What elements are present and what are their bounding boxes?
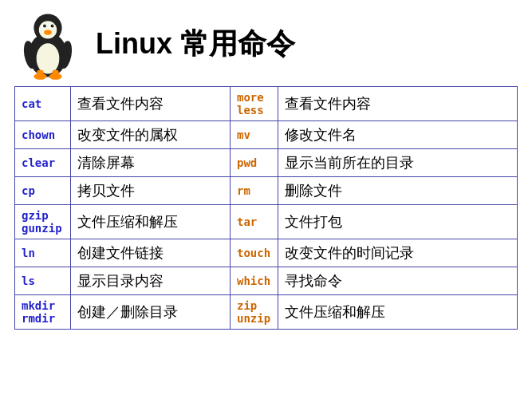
table-row: ls显示目录内容which寻找命令 bbox=[15, 267, 518, 295]
table-row: ln创建文件链接touch改变文件的时间记录 bbox=[15, 239, 518, 267]
cmd2-cell: touch bbox=[231, 239, 278, 267]
desc2-cell: 改变文件的时间记录 bbox=[278, 239, 518, 267]
desc1-cell: 改变文件的属权 bbox=[71, 121, 231, 149]
tux-icon bbox=[16, 8, 80, 80]
cmd1-cell: mkdir rmdir bbox=[15, 295, 71, 330]
desc2-cell: 显示当前所在的目录 bbox=[278, 149, 518, 177]
cmd1-cell: cp bbox=[15, 177, 71, 205]
desc1-cell: 创建／删除目录 bbox=[71, 295, 231, 330]
cmd2-cell: zip unzip bbox=[231, 295, 278, 330]
commands-table: cat查看文件内容more less查看文件内容chown改变文件的属权mv修改… bbox=[14, 86, 518, 330]
table-row: cp拷贝文件rm删除文件 bbox=[15, 177, 518, 205]
desc2-cell: 文件压缩和解压 bbox=[278, 295, 518, 330]
table-row: clear清除屏幕pwd显示当前所在的目录 bbox=[15, 149, 518, 177]
svg-point-8 bbox=[45, 25, 45, 26]
cmd1-cell: clear bbox=[15, 149, 71, 177]
cmd1-cell: gzip gunzip bbox=[15, 205, 71, 239]
svg-point-9 bbox=[53, 25, 53, 26]
cmd1-cell: ln bbox=[15, 239, 71, 267]
cmd1-cell: cat bbox=[15, 87, 71, 121]
desc1-cell: 清除屏幕 bbox=[71, 149, 231, 177]
cmd1-cell: ls bbox=[15, 267, 71, 295]
desc1-cell: 创建文件链接 bbox=[71, 239, 231, 267]
cmd2-cell: tar bbox=[231, 205, 278, 239]
desc2-cell: 修改文件名 bbox=[278, 121, 518, 149]
cmd1-cell: chown bbox=[15, 121, 71, 149]
cmd2-cell: mv bbox=[231, 121, 278, 149]
table-row: chown改变文件的属权mv修改文件名 bbox=[15, 121, 518, 149]
cmd2-cell: rm bbox=[231, 177, 278, 205]
svg-point-1 bbox=[37, 43, 60, 73]
svg-point-7 bbox=[51, 25, 54, 28]
desc2-cell: 文件打包 bbox=[278, 205, 518, 239]
desc2-cell: 查看文件内容 bbox=[278, 87, 518, 121]
desc2-cell: 删除文件 bbox=[278, 177, 518, 205]
svg-point-6 bbox=[43, 25, 46, 28]
svg-point-10 bbox=[44, 30, 52, 34]
desc1-cell: 拷贝文件 bbox=[71, 177, 231, 205]
cmd2-cell: pwd bbox=[231, 149, 278, 177]
desc1-cell: 显示目录内容 bbox=[71, 267, 231, 295]
header: Linux 常用命令 bbox=[0, 0, 532, 86]
desc1-cell: 查看文件内容 bbox=[71, 87, 231, 121]
page-title: Linux 常用命令 bbox=[96, 25, 295, 64]
svg-rect-13 bbox=[37, 70, 43, 78]
desc1-cell: 文件压缩和解压 bbox=[71, 205, 231, 239]
cmd2-cell: which bbox=[231, 267, 278, 295]
table-row: mkdir rmdir创建／删除目录zip unzip文件压缩和解压 bbox=[15, 295, 518, 330]
desc2-cell: 寻找命令 bbox=[278, 267, 518, 295]
table-row: cat查看文件内容more less查看文件内容 bbox=[15, 87, 518, 121]
table-row: gzip gunzip文件压缩和解压tar文件打包 bbox=[15, 205, 518, 239]
cmd2-cell: more less bbox=[231, 87, 278, 121]
svg-rect-14 bbox=[53, 70, 59, 78]
commands-table-container: cat查看文件内容more less查看文件内容chown改变文件的属权mv修改… bbox=[0, 86, 532, 338]
